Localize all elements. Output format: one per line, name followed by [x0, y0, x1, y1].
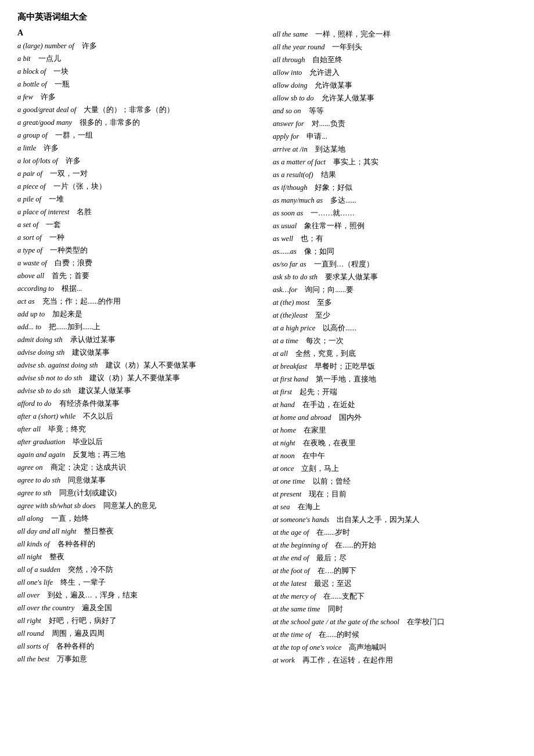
list-item: at work 再工作，在运转，在起作用	[273, 654, 517, 666]
phrase: allow sb to do	[273, 94, 314, 102]
phrase: at once	[273, 465, 294, 473]
meaning: 不久以后	[83, 412, 113, 420]
phrase: as a matter of fact	[273, 158, 326, 166]
list-item: act as 充当；作；起......的作用	[17, 296, 261, 307]
phrase: a piece of	[17, 182, 46, 190]
list-item: all day and all night 整日整夜	[17, 525, 261, 537]
phrase: as soon as	[273, 209, 303, 217]
meaning: 建议（劝）某人不要做某事	[106, 361, 196, 369]
phrase: at work	[273, 656, 295, 664]
phrase: at hand	[273, 401, 295, 409]
phrase: at one time	[273, 477, 305, 485]
list-item: a set of 一套	[17, 219, 261, 231]
list-item: a few 许多	[17, 91, 261, 103]
meaning: 一种	[49, 233, 64, 242]
list-item: at a high price 以高价......	[273, 322, 517, 334]
list-item: at a time 每次；一次	[273, 335, 517, 347]
phrase: arrive at /in	[273, 145, 308, 153]
meaning: 出自某人之手，因为某人	[337, 516, 420, 524]
phrase: above all	[17, 272, 44, 280]
meaning: 大量（的）；非常多（的）	[84, 106, 174, 114]
meaning: 商定；决定；达成共识	[50, 463, 126, 471]
list-item: add up to 加起来是	[17, 308, 261, 320]
phrase: at the school gate / at the gate of the …	[273, 618, 399, 626]
phrase: a type of	[17, 246, 42, 254]
phrase: act as	[17, 297, 35, 305]
phrase: at first	[273, 388, 292, 396]
meaning: 允许进入	[309, 69, 340, 77]
list-item: a bit 一点儿	[17, 53, 261, 64]
phrase: a sort of	[17, 233, 42, 242]
phrase: afford to do	[17, 399, 52, 408]
phrase: all of a sudden	[17, 566, 60, 574]
meaning: 把......加到......上	[49, 323, 101, 331]
meaning: 申请...	[306, 132, 327, 141]
list-item: after all 毕竟；终究	[17, 423, 261, 435]
phrase: as if/though	[273, 183, 307, 192]
list-item: agree to do sth 同意做某事	[17, 474, 261, 486]
meaning: 好吧，行吧，病好了	[49, 617, 117, 625]
phrase: a pile of	[17, 195, 41, 203]
list-item: at night 在夜晚，在夜里	[273, 437, 517, 449]
list-item: all the same 一样，照样，完全一样	[273, 28, 517, 40]
phrase: advise sb. against doing sth	[17, 361, 98, 369]
phrase: all over the country	[17, 604, 74, 612]
phrase: again and again	[17, 451, 65, 459]
meaning: 有经济条件做某事	[59, 399, 120, 408]
phrase: at first hand	[273, 375, 308, 383]
phrase: as many/much as	[273, 196, 323, 204]
list-item: as/so far as 一直到…（程度）	[273, 258, 517, 270]
meaning: 整日整夜	[84, 527, 114, 535]
list-item: according to 根据...	[17, 283, 261, 294]
list-item: a (large) number of 许多	[17, 40, 261, 52]
phrase: after all	[17, 425, 41, 433]
phrase: all one's life	[17, 578, 53, 586]
meaning: 各种各样的	[57, 540, 95, 548]
list-item: allow sb to do 允许某人做某事	[273, 92, 517, 104]
list-item: as well 也；有	[273, 233, 517, 244]
meaning: 到处，遍及…，浑身，结束	[48, 591, 138, 599]
meaning: 根据...	[62, 285, 82, 293]
list-item: all over 到处，遍及…，浑身，结束	[17, 589, 261, 601]
list-item: at all 全然，究竟，到底	[273, 348, 517, 359]
list-item: at home and abroad 国内外	[273, 412, 517, 423]
list-item: ask sb to do sth 要求某人做某事	[273, 271, 517, 283]
meaning: 在中午	[302, 452, 325, 460]
list-item: all kinds of 各种各样的	[17, 538, 261, 550]
phrase: a lot of/lots of	[17, 157, 58, 165]
meaning: 询问；向......要	[305, 286, 353, 294]
meaning: 事实上；其实	[333, 158, 378, 166]
phrase: all over	[17, 591, 40, 599]
meaning: 一样，照样，完全一样	[315, 30, 391, 38]
meaning: 允许做某事	[315, 81, 352, 89]
list-item: at the time of 在......的时候	[273, 629, 517, 640]
list-item: at breakfast 早餐时；正吃早饭	[273, 361, 517, 372]
meaning: 反复地；再三地	[73, 451, 125, 459]
list-item: after graduation 毕业以后	[17, 436, 261, 448]
meaning: 万事如意	[57, 655, 87, 663]
phrase: all the best	[17, 655, 49, 663]
phrase: advise doing sth	[17, 348, 64, 357]
phrase: at home and abroad	[273, 413, 331, 422]
list-item: a type of 一种类型的	[17, 244, 261, 256]
phrase: a block of	[17, 67, 46, 75]
phrase: at night	[273, 439, 295, 447]
phrase: all day and all night	[17, 527, 76, 535]
meaning: 许多	[82, 42, 97, 50]
phrase: a set of	[17, 221, 38, 229]
list-item: at someone's hands 出自某人之手，因为某人	[273, 514, 517, 525]
list-item: all along 一直，始终	[17, 513, 261, 524]
list-item: advise sb to do sth 建议某人做某事	[17, 385, 261, 397]
meaning: 起先；开端	[300, 388, 337, 396]
meaning: 等等	[309, 107, 324, 115]
phrase: at breakfast	[273, 362, 307, 370]
phrase: add up to	[17, 310, 45, 318]
meaning: 多达......	[330, 196, 356, 204]
phrase: all through	[273, 56, 305, 64]
list-item: as a matter of fact 事实上；其实	[273, 156, 517, 168]
meaning: 许多	[44, 144, 59, 152]
list-item: and so on 等等	[273, 105, 517, 117]
phrase: as/so far as	[273, 260, 306, 268]
right-column: all the same 一样，照样，完全一样all the year roun…	[273, 28, 517, 667]
phrase: all sorts of	[17, 642, 49, 650]
